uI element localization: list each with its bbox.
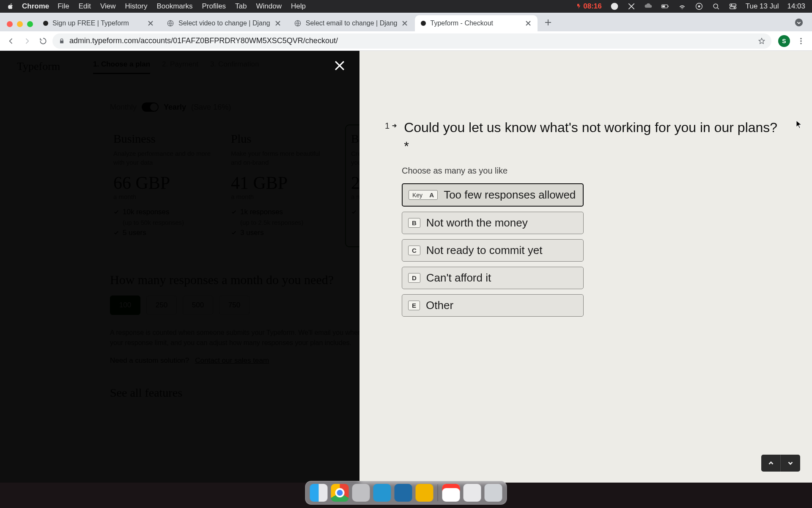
window-close-button[interactable] <box>7 21 13 27</box>
survey-next-button[interactable] <box>781 455 800 472</box>
question-hint: Choose as many as you like <box>402 166 782 176</box>
chrome-toolbar: admin.typeform.com/accounts/01FAFZ0BFPRD… <box>0 31 812 51</box>
svg-point-6 <box>713 4 718 8</box>
address-bar[interactable]: admin.typeform.com/accounts/01FAFZ0BFPRD… <box>52 33 771 49</box>
choice-e[interactable]: E Other <box>402 294 584 317</box>
wifi-icon[interactable] <box>678 2 686 11</box>
menubar-date[interactable]: Tue 13 Jul <box>746 2 779 11</box>
tab-favicon-icon <box>421 21 426 26</box>
tab-favicon-icon <box>43 21 48 26</box>
menu-profiles[interactable]: Profiles <box>202 2 226 11</box>
choice-label: Not ready to commit yet <box>426 244 543 257</box>
svg-rect-3 <box>662 6 665 7</box>
menu-window[interactable]: Window <box>256 2 282 11</box>
tab-close-icon[interactable] <box>274 20 281 27</box>
menu-history[interactable]: History <box>125 2 147 11</box>
svg-rect-8 <box>730 7 736 9</box>
mouse-cursor-icon <box>796 120 802 129</box>
choice-c[interactable]: C Not ready to commit yet <box>402 239 584 262</box>
choice-label: Too few responses allowed <box>444 188 576 202</box>
tab-title: Select video to change | Djang <box>178 19 270 27</box>
forward-button[interactable] <box>20 34 34 48</box>
dock-chrome-icon[interactable] <box>331 484 349 502</box>
tab-close-icon[interactable] <box>401 20 408 27</box>
choice-label: Can't afford it <box>426 271 491 284</box>
browser-tab-active[interactable]: Typeform - Checkout <box>415 15 538 31</box>
choice-a[interactable]: Key A Too few responses allowed <box>402 183 584 207</box>
menu-view[interactable]: View <box>100 2 116 11</box>
window-zoom-button[interactable] <box>27 21 33 27</box>
browser-tab[interactable]: Sign up FREE | Typeform <box>37 15 160 31</box>
control-center-icon[interactable] <box>729 2 737 11</box>
menu-bookmarks[interactable]: Bookmarks <box>156 2 192 11</box>
focus-icon[interactable] <box>695 2 703 11</box>
dock-app-icon[interactable] <box>464 484 481 502</box>
survey-overlay: 1 Could you let us know what's not worki… <box>0 51 812 483</box>
menu-file[interactable]: File <box>58 2 69 11</box>
chrome-menu-icon[interactable] <box>797 37 805 45</box>
svg-point-10 <box>733 7 735 8</box>
spotlight-icon[interactable] <box>712 2 720 11</box>
chrome-tabstrip: Sign up FREE | Typeform Select video to … <box>0 13 812 31</box>
profile-avatar[interactable]: S <box>778 35 790 47</box>
bookmark-star-icon[interactable] <box>758 37 765 45</box>
overlay-left-scrim-area[interactable] <box>0 51 359 483</box>
svg-point-14 <box>800 38 801 39</box>
battery-status[interactable]: 08:16 <box>576 2 601 11</box>
dock-divider <box>438 484 438 501</box>
svg-point-15 <box>800 40 801 41</box>
dock-app-icon[interactable] <box>442 484 460 502</box>
tabstrip-menu-icon[interactable] <box>794 18 804 27</box>
tab-close-icon[interactable] <box>147 20 154 27</box>
macos-menubar: Chrome File Edit View History Bookmarks … <box>0 0 812 13</box>
svg-rect-7 <box>730 4 736 6</box>
svg-point-16 <box>800 43 801 44</box>
arrow-right-icon <box>391 123 397 129</box>
apple-logo-icon <box>7 3 14 10</box>
x-status-icon[interactable] <box>627 2 636 11</box>
back-button[interactable] <box>4 34 18 48</box>
choice-key-badge: B <box>408 218 420 228</box>
menu-tab[interactable]: Tab <box>235 2 247 11</box>
menubar-time[interactable]: 14:03 <box>787 2 805 11</box>
tab-close-icon[interactable] <box>525 20 532 27</box>
survey-nav <box>761 455 800 472</box>
url-text: admin.typeform.com/accounts/01FAFZ0BFPRD… <box>69 36 338 45</box>
window-controls <box>4 21 37 31</box>
menu-edit[interactable]: Edit <box>79 2 91 11</box>
battery-icon[interactable] <box>661 2 669 11</box>
svg-point-13 <box>795 19 803 26</box>
choice-b[interactable]: B Not worth the money <box>402 212 584 234</box>
dock-safari-icon[interactable] <box>352 484 370 502</box>
browser-tab[interactable]: Select video to change | Djang <box>161 15 287 31</box>
window-minimize-button[interactable] <box>17 21 23 27</box>
tab-favicon-icon <box>167 19 174 27</box>
survey-prev-button[interactable] <box>761 455 781 472</box>
question-text: Could you let us know what's not working… <box>404 119 782 155</box>
choice-key-badge: E <box>408 301 420 310</box>
dock-trash-icon[interactable] <box>485 484 502 502</box>
svg-point-5 <box>698 6 700 8</box>
svg-point-9 <box>731 4 732 6</box>
toggl-icon[interactable] <box>610 2 619 11</box>
close-survey-button[interactable] <box>332 58 347 73</box>
cloud-status-icon[interactable] <box>644 2 653 11</box>
choice-d[interactable]: D Can't afford it <box>402 267 584 289</box>
menu-help[interactable]: Help <box>291 2 306 11</box>
new-tab-button[interactable] <box>542 16 554 29</box>
dock-app-icon[interactable] <box>373 484 391 502</box>
dock-app-icon[interactable] <box>395 484 412 502</box>
reload-button[interactable] <box>36 34 50 48</box>
tab-title: Typeform - Checkout <box>430 19 521 27</box>
page-viewport: Typeform 1. Choose a plan 2. Payment 3. … <box>0 51 812 483</box>
svg-rect-2 <box>668 6 668 7</box>
tab-title: Select email to change | Djang <box>306 19 398 27</box>
choice-label: Not worth the money <box>426 216 528 229</box>
dock-finder-icon[interactable] <box>310 484 328 502</box>
choice-label: Other <box>426 299 453 312</box>
choice-list: Key A Too few responses allowed B Not wo… <box>402 183 584 317</box>
menubar-app-name[interactable]: Chrome <box>22 2 49 11</box>
required-mark: * <box>404 139 409 153</box>
browser-tab[interactable]: Select email to change | Djang <box>288 15 414 31</box>
dock-app-icon[interactable] <box>416 484 433 502</box>
